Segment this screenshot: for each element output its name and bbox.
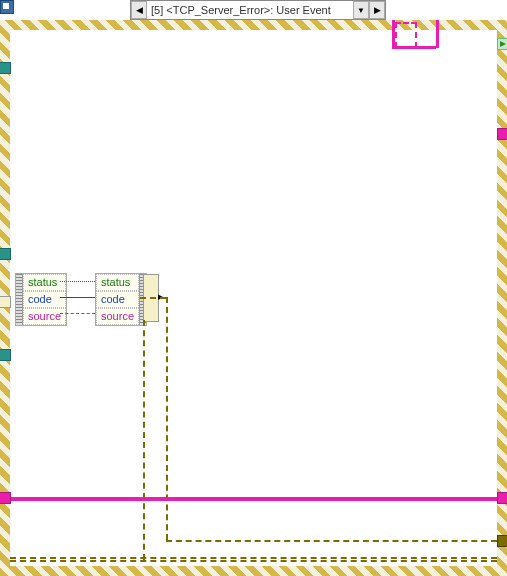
diagram-canvas [10,30,497,566]
case-event-name: <TCP_Server_Error>: User Event [166,4,330,16]
wire-code [60,297,95,298]
unbundle-field-status[interactable]: status [23,274,66,291]
unbundle-field-code[interactable]: code [23,291,66,308]
event-data-node[interactable] [0,296,11,308]
pink-wire [392,20,395,46]
bundle-field-status[interactable]: status [96,274,139,291]
case-label[interactable]: [5] <TCP_Server_Error>: User Event [147,4,353,16]
error-wire [10,557,497,559]
error-wire [166,297,168,540]
pink-wire-bottom [10,497,497,501]
event-structure-frame [0,20,507,576]
user-event-refnum-box [395,22,417,48]
tunnel-right-pink[interactable] [497,128,507,140]
tunnel-left-teal-3[interactable] [0,349,11,361]
tunnel-left-teal-2[interactable] [0,248,11,260]
tunnel-dynamic-event[interactable] [497,38,507,50]
tunnel-left-teal-1[interactable] [0,62,11,74]
bundle-field-source[interactable]: source [96,308,139,325]
tunnel-right-error[interactable] [497,535,507,547]
tunnel-left-pink[interactable] [0,492,11,504]
bundle-field-code[interactable]: code [96,291,139,308]
case-index: [5] [151,4,163,16]
bundle-by-name-node[interactable]: status code source [95,273,147,326]
next-case-button[interactable]: ▶ [369,1,385,19]
error-wire [143,320,145,560]
error-wire [166,540,497,542]
error-wire [140,297,166,299]
prev-case-button[interactable]: ◀ [131,1,147,19]
unbundle-field-source[interactable]: source [23,308,66,325]
pink-wire [436,20,439,48]
wire-status [60,281,95,282]
event-case-selector[interactable]: ◀ [5] <TCP_Server_Error>: User Event ▼ ▶ [130,0,386,20]
pink-wire [392,46,436,49]
wire-source [60,313,95,314]
error-wire [10,560,497,562]
event-structure-corner-icon [0,0,14,14]
node-resize-handle[interactable] [16,274,23,325]
tunnel-right-pink-bottom[interactable] [497,492,507,504]
case-dropdown-button[interactable]: ▼ [353,1,369,19]
